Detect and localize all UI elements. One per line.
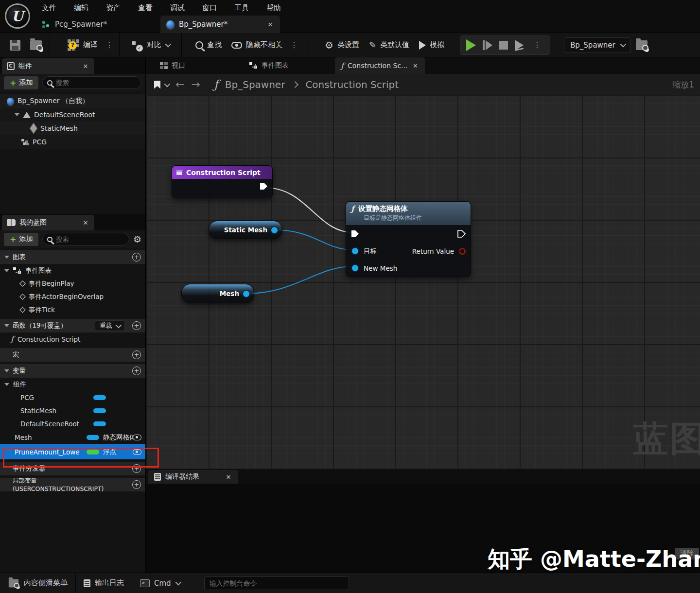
tree-item-pcg[interactable]: PCG — [0, 135, 145, 149]
compile-button[interactable]: ? 编译 — [63, 33, 103, 57]
caret-down-icon[interactable] — [4, 324, 9, 327]
section-macros[interactable]: 宏 — [0, 348, 145, 362]
browse-asset-button[interactable] — [25, 33, 47, 57]
tab-viewport[interactable]: 视口 — [154, 57, 191, 74]
tab-construction-script[interactable]: ƒ Construction Sc... — [335, 57, 425, 74]
node-static-mesh-getter[interactable]: Static Mesh — [209, 221, 282, 239]
menu-help[interactable]: 帮助 — [266, 3, 281, 13]
override-dropdown[interactable]: 重载 — [95, 320, 125, 331]
item-event-beginplay[interactable]: 事件BeginPlay — [0, 277, 145, 290]
close-icon[interactable] — [82, 219, 89, 227]
breadcrumb-root[interactable]: Bp_Spawner — [225, 79, 285, 90]
eject-icon[interactable] — [515, 40, 524, 51]
section-graphs[interactable]: 图表 — [0, 250, 145, 264]
output-pin[interactable] — [243, 291, 249, 297]
section-event-dispatchers[interactable]: 事件分发器 — [0, 462, 145, 475]
node-mesh-getter[interactable]: Mesh — [181, 284, 254, 303]
bookmark-icon[interactable] — [154, 81, 160, 89]
tab-pcg-spawner[interactable]: Pcg_Spawner* — [36, 16, 113, 33]
unreal-logo-icon[interactable]: U — [5, 3, 30, 29]
compile-options-kebab-icon[interactable] — [103, 40, 116, 50]
diff-button[interactable]: 对比 — [127, 33, 175, 57]
node-construction-script[interactable]: Construction Script — [172, 165, 273, 198]
my-blueprint-search[interactable] — [42, 233, 129, 245]
console-command-input[interactable] — [204, 576, 349, 590]
section-local-variables[interactable]: 局部变量 (USERCONSTRUCTIONSCRIPT) — [0, 478, 145, 491]
chevron-down-icon[interactable] — [164, 81, 171, 87]
add-macro-icon[interactable] — [132, 350, 141, 359]
my-blueprint-search-input[interactable] — [56, 235, 124, 243]
components-search-input[interactable] — [56, 79, 137, 87]
browse-debug-button[interactable] — [631, 33, 652, 57]
exec-in-pin[interactable] — [351, 230, 359, 238]
visibility-eye-icon[interactable] — [133, 449, 141, 455]
play-icon[interactable] — [466, 39, 476, 51]
item-event-actorbeginoverlap[interactable]: 事件ActorBeginOverlap — [0, 290, 145, 303]
hide-options-kebab-icon[interactable] — [287, 40, 301, 50]
menu-asset[interactable]: 资产 — [106, 3, 121, 13]
menu-debug[interactable]: 调试 — [170, 3, 185, 13]
category-components[interactable]: 组件 — [0, 378, 145, 391]
close-icon[interactable] — [82, 62, 89, 70]
var-pruneamount-selected[interactable]: PruneAmount_Lowe 浮点 — [0, 444, 145, 459]
tree-item-static-mesh[interactable]: StaticMesh — [0, 122, 145, 135]
frame-skip-icon[interactable] — [483, 40, 492, 50]
close-icon[interactable] — [225, 473, 232, 481]
menu-edit[interactable]: 编辑 — [74, 3, 88, 13]
tree-item-scene-root[interactable]: DefaultSceneRoot — [0, 108, 145, 122]
add-graph-icon[interactable] — [132, 253, 141, 262]
tab-components[interactable]: C 组件 — [2, 58, 94, 74]
menu-view[interactable]: 查看 — [138, 3, 153, 13]
class-defaults-button[interactable]: 类默认值 — [364, 33, 414, 57]
play-options-kebab-icon[interactable] — [530, 40, 544, 50]
stop-icon[interactable] — [499, 41, 508, 50]
target-pin[interactable] — [352, 248, 358, 254]
add-local-variable-icon[interactable] — [132, 480, 141, 489]
nav-forward-icon[interactable]: → — [191, 79, 200, 90]
tab-my-blueprint[interactable]: 我的蓝图 — [2, 215, 94, 230]
components-search[interactable] — [42, 76, 141, 89]
close-icon[interactable] — [411, 62, 419, 70]
var-mesh[interactable]: Mesh 静态网格体 — [0, 430, 145, 444]
breadcrumb-current[interactable]: Construction Script — [305, 79, 399, 90]
return-value-pin[interactable] — [459, 248, 466, 255]
graph-canvas[interactable]: Construction Script Static Mesh Mesh ƒ — [146, 95, 700, 469]
exec-out-pin[interactable] — [260, 182, 268, 190]
close-icon[interactable] — [266, 20, 274, 28]
add-function-icon[interactable] — [132, 321, 141, 330]
var-staticmesh[interactable]: StaticMesh — [0, 404, 145, 417]
tab-bp-spawner[interactable]: Bp_Spawner* — [160, 16, 280, 33]
caret-down-icon[interactable] — [15, 113, 19, 116]
visibility-eye-icon[interactable] — [133, 435, 141, 440]
caret-down-icon[interactable] — [4, 269, 9, 272]
caret-down-icon[interactable] — [4, 383, 9, 386]
simulate-button[interactable]: 模拟 — [414, 33, 449, 57]
filter-gear-icon[interactable] — [133, 234, 141, 244]
var-defaultsceneroot[interactable]: DefaultSceneRoot — [0, 417, 145, 430]
section-functions[interactable]: 函数（19可覆盖） 重载 — [0, 319, 145, 332]
cmd-dropdown[interactable]: >_ Cmd — [132, 573, 188, 593]
menu-window[interactable]: 窗口 — [202, 3, 217, 13]
content-drawer-button[interactable]: 内容侧滑菜单 — [0, 573, 75, 593]
output-log-button[interactable]: 输出日志 — [76, 573, 132, 593]
tab-event-graph[interactable]: 事件图表 — [244, 57, 295, 74]
class-settings-button[interactable]: 类设置 — [320, 33, 364, 57]
menu-tools[interactable]: 工具 — [234, 3, 249, 13]
item-event-graph[interactable]: 事件图表 — [0, 264, 145, 277]
exec-out-pin[interactable] — [457, 230, 466, 238]
find-button[interactable]: 查找 — [191, 33, 227, 57]
nav-back-icon[interactable]: ← — [175, 79, 184, 90]
caret-down-icon[interactable] — [4, 256, 9, 259]
node-set-static-mesh[interactable]: ƒ 设置静态网格体 目标是静态网格体组件 目标 Return Value — [346, 201, 471, 277]
hide-unrelated-button[interactable]: 隐藏不相关 — [227, 33, 287, 57]
add-dispatcher-icon[interactable] — [132, 464, 141, 473]
section-variables[interactable]: 变量 — [0, 364, 145, 378]
save-button[interactable] — [0, 33, 25, 57]
add-component-button[interactable]: +添加 — [4, 76, 38, 89]
caret-down-icon[interactable] — [4, 369, 9, 372]
tab-compiler-results[interactable]: 编译器结果 — [148, 470, 238, 484]
add-blueprint-item-button[interactable]: +添加 — [4, 233, 38, 246]
debug-object-dropdown[interactable]: Bp_Spawner — [564, 37, 631, 53]
add-variable-icon[interactable] — [132, 366, 141, 375]
item-event-tick[interactable]: 事件Tick — [0, 303, 145, 316]
